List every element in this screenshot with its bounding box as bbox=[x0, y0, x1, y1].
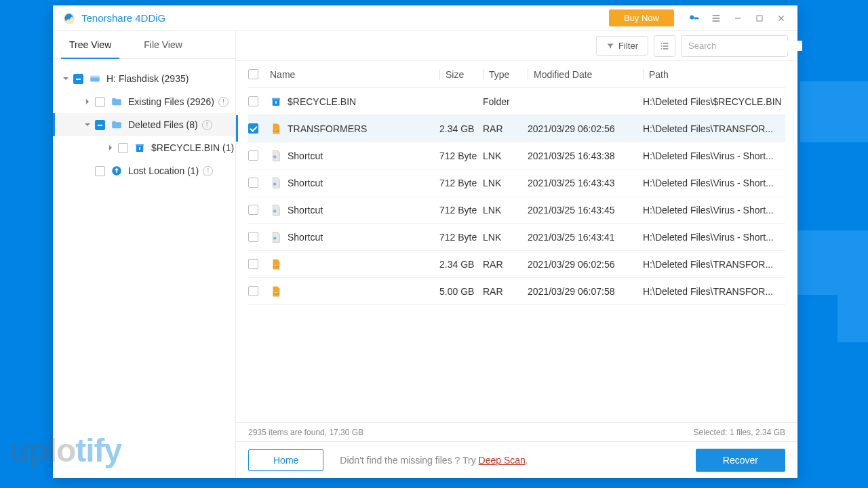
recover-button[interactable]: Recover bbox=[696, 449, 785, 472]
info-icon[interactable]: ! bbox=[203, 166, 213, 176]
folder-recycle-icon bbox=[270, 96, 282, 108]
row-checkbox[interactable] bbox=[248, 259, 258, 269]
info-icon[interactable]: ! bbox=[202, 120, 212, 130]
file-name: Shortcut bbox=[288, 178, 323, 188]
rar-icon: RAR bbox=[270, 285, 282, 298]
checkbox[interactable] bbox=[95, 166, 105, 176]
chevron-down-icon[interactable] bbox=[83, 120, 92, 129]
close-icon[interactable] bbox=[772, 9, 791, 28]
filter-button[interactable]: Filter bbox=[596, 36, 648, 56]
tab-file-view[interactable]: File View bbox=[127, 31, 199, 58]
rar-icon: RAR bbox=[270, 258, 282, 270]
row-checkbox[interactable] bbox=[248, 96, 258, 106]
row-checkbox[interactable] bbox=[248, 178, 258, 188]
tree-label: Existing Files (2926) bbox=[128, 96, 214, 107]
view-toggle-button[interactable] bbox=[654, 35, 675, 57]
chevron-right-icon[interactable] bbox=[106, 143, 115, 152]
row-checkbox[interactable] bbox=[248, 205, 258, 215]
lnk-icon bbox=[270, 150, 282, 162]
file-date: 2021/03/25 16:43:43 bbox=[528, 178, 643, 188]
file-size: 712 Byte bbox=[439, 150, 483, 161]
tree-item-existing[interactable]: Existing Files (2926) ! bbox=[53, 90, 235, 113]
app-logo-icon bbox=[62, 12, 76, 25]
file-size: 5.00 GB bbox=[439, 286, 483, 297]
toolbar: Filter bbox=[236, 31, 797, 61]
hint-text: Didn't find the missing files ? Try Deep… bbox=[340, 455, 696, 466]
row-checkbox[interactable] bbox=[248, 232, 258, 242]
minimize-icon[interactable] bbox=[728, 9, 747, 28]
folder-icon bbox=[111, 119, 123, 131]
recycle-bin-icon bbox=[134, 142, 146, 154]
row-checkbox[interactable] bbox=[248, 150, 258, 161]
status-found: 2935 items are found, 17.30 GB bbox=[248, 428, 363, 437]
file-table: Name Size Type Modified Date Path $RECYC… bbox=[236, 61, 797, 422]
row-checkbox[interactable] bbox=[248, 286, 258, 296]
tree-item-recycle[interactable]: $RECYCLE.BIN (1) bbox=[53, 136, 235, 159]
file-path: H:\Deleted Files\Virus - Short... bbox=[643, 205, 785, 216]
table-row[interactable]: RAR5.00 GBRAR2021/03/29 06:07:58H:\Delet… bbox=[248, 278, 785, 305]
column-path[interactable]: Path bbox=[643, 69, 785, 80]
tree-item-deleted[interactable]: Deleted Files (8) ! bbox=[53, 113, 235, 136]
table-header: Name Size Type Modified Date Path bbox=[248, 61, 785, 88]
file-date: 2021/03/29 06:02:56 bbox=[528, 259, 643, 270]
menu-icon[interactable] bbox=[707, 9, 726, 28]
file-type: LNK bbox=[483, 232, 528, 243]
tree-label: H: Flashdisk (2935) bbox=[106, 73, 189, 84]
checkbox-partial[interactable] bbox=[73, 74, 83, 84]
checkbox-header[interactable] bbox=[248, 69, 258, 79]
file-size: 712 Byte bbox=[439, 205, 483, 216]
file-size: 2.34 GB bbox=[439, 259, 483, 270]
table-row[interactable]: Shortcut712 ByteLNK2021/03/25 16:43:45H:… bbox=[248, 197, 785, 224]
search-box[interactable] bbox=[681, 35, 788, 57]
tab-tree-view[interactable]: Tree View bbox=[53, 31, 127, 58]
lnk-icon bbox=[270, 204, 282, 216]
svg-rect-4 bbox=[136, 144, 144, 146]
tree-item-lost[interactable]: Lost Location (1) ! bbox=[53, 159, 235, 182]
table-row[interactable]: RARTRANSFORMERS2.34 GBRAR2021/03/29 06:0… bbox=[248, 115, 785, 142]
file-type: LNK bbox=[483, 205, 528, 216]
table-row[interactable]: Shortcut712 ByteLNK2021/03/25 16:43:38H:… bbox=[248, 142, 785, 169]
table-row[interactable]: $RECYCLE.BINFolderH:\Deleted Files\$RECY… bbox=[248, 88, 785, 115]
checkbox-partial[interactable] bbox=[95, 120, 105, 130]
buy-now-button[interactable]: Buy Now bbox=[609, 9, 674, 26]
column-type[interactable]: Type bbox=[483, 69, 528, 80]
file-path: H:\Deleted Files\TRANSFOR... bbox=[643, 123, 785, 134]
content-area: Filter Name Size Type Modified Date P bbox=[236, 31, 797, 478]
column-size[interactable]: Size bbox=[439, 69, 483, 80]
table-row[interactable]: Shortcut712 ByteLNK2021/03/25 16:43:41H:… bbox=[248, 224, 785, 251]
checkbox[interactable] bbox=[95, 97, 105, 107]
table-row[interactable]: Shortcut712 ByteLNK2021/03/25 16:43:43H:… bbox=[248, 169, 785, 197]
file-type: LNK bbox=[483, 150, 528, 161]
file-date: 2021/03/29 06:02:56 bbox=[528, 123, 643, 134]
tree-item-drive[interactable]: H: Flashdisk (2935) bbox=[53, 67, 235, 90]
column-date[interactable]: Modified Date bbox=[528, 69, 643, 80]
maximize-icon[interactable] bbox=[750, 9, 769, 28]
file-path: H:\Deleted Files\Virus - Short... bbox=[643, 178, 785, 188]
file-type: RAR bbox=[483, 286, 528, 297]
file-size: 712 Byte bbox=[439, 178, 483, 188]
svg-rect-0 bbox=[757, 16, 762, 21]
chevron-down-icon[interactable] bbox=[61, 74, 71, 83]
file-name: TRANSFORMERS bbox=[288, 123, 367, 134]
info-icon[interactable]: ! bbox=[218, 97, 229, 107]
filter-icon bbox=[606, 42, 614, 50]
chevron-right-icon[interactable] bbox=[83, 97, 92, 106]
file-name: Shortcut bbox=[288, 232, 323, 243]
app-title: Tenorshare 4DDiG bbox=[81, 12, 609, 24]
row-checkbox[interactable] bbox=[248, 123, 258, 134]
checkbox[interactable] bbox=[118, 143, 128, 153]
search-input[interactable] bbox=[688, 41, 802, 51]
key-icon[interactable] bbox=[685, 9, 704, 28]
statusbar: 2935 items are found, 17.30 GB Selected:… bbox=[236, 422, 797, 441]
file-size: 2.34 GB bbox=[439, 123, 483, 134]
file-name: $RECYCLE.BIN bbox=[288, 96, 356, 107]
column-name[interactable]: Name bbox=[270, 69, 439, 80]
file-type: RAR bbox=[483, 259, 528, 270]
deep-scan-link[interactable]: Deep Scan bbox=[479, 455, 526, 466]
file-path: H:\Deleted Files\Virus - Short... bbox=[643, 232, 785, 243]
table-row[interactable]: RAR2.34 GBRAR2021/03/29 06:02:56H:\Delet… bbox=[248, 251, 785, 278]
svg-rect-8 bbox=[272, 98, 280, 99]
home-button[interactable]: Home bbox=[248, 449, 323, 471]
rar-icon: RAR bbox=[270, 123, 282, 135]
folder-icon bbox=[111, 96, 123, 108]
